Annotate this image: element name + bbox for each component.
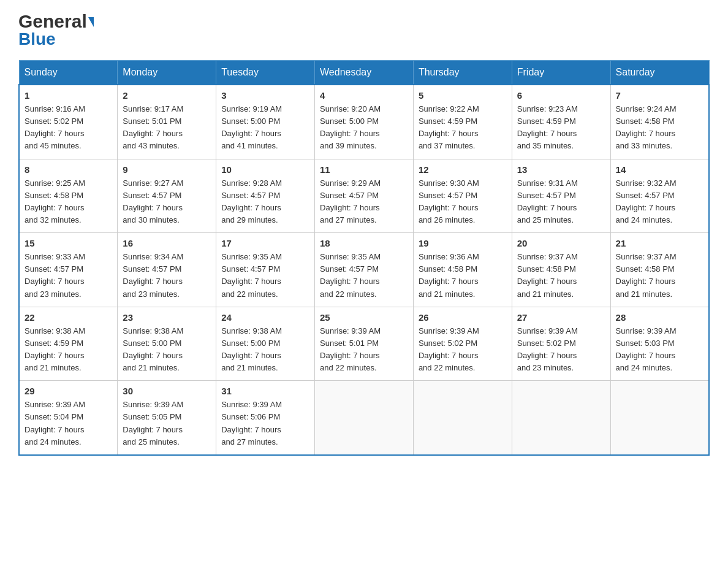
day-number: 18 xyxy=(320,238,408,248)
day-info: Sunrise: 9:39 AMSunset: 5:01 PMDaylight:… xyxy=(320,326,381,372)
calendar-day-cell: 21Sunrise: 9:37 AMSunset: 4:58 PMDayligh… xyxy=(610,233,709,307)
calendar-day-cell: 30Sunrise: 9:39 AMSunset: 5:05 PMDayligh… xyxy=(118,381,216,455)
calendar-day-cell: 8Sunrise: 9:25 AMSunset: 4:58 PMDaylight… xyxy=(19,159,118,233)
weekday-header-sunday: Sunday xyxy=(19,61,118,85)
day-info: Sunrise: 9:32 AMSunset: 4:57 PMDaylight:… xyxy=(616,178,677,224)
calendar-week-row: 1Sunrise: 9:16 AMSunset: 5:02 PMDaylight… xyxy=(19,85,709,159)
day-info: Sunrise: 9:23 AMSunset: 4:59 PMDaylight:… xyxy=(517,104,578,150)
weekday-header-monday: Monday xyxy=(118,61,216,85)
logo-general-text: General xyxy=(18,12,94,31)
day-info: Sunrise: 9:35 AMSunset: 4:57 PMDaylight:… xyxy=(221,252,282,298)
day-info: Sunrise: 9:39 AMSunset: 5:03 PMDaylight:… xyxy=(616,326,677,372)
calendar-day-cell: 18Sunrise: 9:35 AMSunset: 4:57 PMDayligh… xyxy=(315,233,414,307)
calendar-day-cell: 9Sunrise: 9:27 AMSunset: 4:57 PMDaylight… xyxy=(118,159,216,233)
calendar-day-cell: 4Sunrise: 9:20 AMSunset: 5:00 PMDaylight… xyxy=(315,85,414,159)
day-number: 19 xyxy=(419,238,507,248)
day-info: Sunrise: 9:36 AMSunset: 4:58 PMDaylight:… xyxy=(419,252,479,298)
day-number: 22 xyxy=(25,312,112,323)
day-info: Sunrise: 9:17 AMSunset: 5:01 PMDaylight:… xyxy=(123,104,183,150)
weekday-header-saturday: Saturday xyxy=(610,61,709,85)
day-info: Sunrise: 9:24 AMSunset: 4:58 PMDaylight:… xyxy=(616,104,677,150)
day-number: 27 xyxy=(517,312,605,323)
calendar-week-row: 29Sunrise: 9:39 AMSunset: 5:04 PMDayligh… xyxy=(19,381,709,455)
calendar-day-cell xyxy=(512,381,610,455)
calendar-day-cell: 11Sunrise: 9:29 AMSunset: 4:57 PMDayligh… xyxy=(315,159,414,233)
day-number: 16 xyxy=(123,238,211,248)
calendar-day-cell: 13Sunrise: 9:31 AMSunset: 4:57 PMDayligh… xyxy=(512,159,610,233)
day-number: 12 xyxy=(419,164,507,175)
day-number: 17 xyxy=(221,238,309,248)
weekday-header-friday: Friday xyxy=(512,61,610,85)
day-number: 25 xyxy=(320,312,408,323)
day-info: Sunrise: 9:38 AMSunset: 4:59 PMDaylight:… xyxy=(25,326,85,372)
day-info: Sunrise: 9:38 AMSunset: 5:00 PMDaylight:… xyxy=(123,326,183,372)
calendar-day-cell: 15Sunrise: 9:33 AMSunset: 4:57 PMDayligh… xyxy=(19,233,118,307)
calendar-day-cell: 25Sunrise: 9:39 AMSunset: 5:01 PMDayligh… xyxy=(315,307,414,381)
calendar-day-cell: 19Sunrise: 9:36 AMSunset: 4:58 PMDayligh… xyxy=(413,233,512,307)
day-number: 3 xyxy=(221,90,309,101)
day-number: 8 xyxy=(25,164,112,175)
day-info: Sunrise: 9:39 AMSunset: 5:06 PMDaylight:… xyxy=(221,400,282,446)
day-number: 9 xyxy=(123,164,211,175)
day-number: 4 xyxy=(320,90,408,101)
day-number: 29 xyxy=(25,386,112,396)
day-info: Sunrise: 9:16 AMSunset: 5:02 PMDaylight:… xyxy=(25,104,85,150)
calendar-day-cell: 26Sunrise: 9:39 AMSunset: 5:02 PMDayligh… xyxy=(413,307,512,381)
calendar-day-cell: 6Sunrise: 9:23 AMSunset: 4:59 PMDaylight… xyxy=(512,85,610,159)
day-info: Sunrise: 9:19 AMSunset: 5:00 PMDaylight:… xyxy=(221,104,282,150)
day-info: Sunrise: 9:35 AMSunset: 4:57 PMDaylight:… xyxy=(320,252,381,298)
day-number: 26 xyxy=(419,312,507,323)
calendar-day-cell: 22Sunrise: 9:38 AMSunset: 4:59 PMDayligh… xyxy=(19,307,118,381)
calendar-day-cell: 2Sunrise: 9:17 AMSunset: 5:01 PMDaylight… xyxy=(118,85,216,159)
day-number: 10 xyxy=(221,164,309,175)
calendar-day-cell: 31Sunrise: 9:39 AMSunset: 5:06 PMDayligh… xyxy=(216,381,315,455)
calendar-day-cell: 12Sunrise: 9:30 AMSunset: 4:57 PMDayligh… xyxy=(413,159,512,233)
day-number: 15 xyxy=(25,238,112,248)
day-info: Sunrise: 9:39 AMSunset: 5:02 PMDaylight:… xyxy=(517,326,578,372)
day-number: 30 xyxy=(123,386,211,396)
day-number: 31 xyxy=(221,386,309,396)
day-number: 5 xyxy=(419,90,507,101)
calendar-week-row: 22Sunrise: 9:38 AMSunset: 4:59 PMDayligh… xyxy=(19,307,709,381)
calendar-day-cell: 16Sunrise: 9:34 AMSunset: 4:57 PMDayligh… xyxy=(118,233,216,307)
day-number: 21 xyxy=(616,238,703,248)
day-info: Sunrise: 9:28 AMSunset: 4:57 PMDaylight:… xyxy=(221,178,282,224)
weekday-header-tuesday: Tuesday xyxy=(216,61,315,85)
day-number: 28 xyxy=(616,312,703,323)
day-info: Sunrise: 9:20 AMSunset: 5:00 PMDaylight:… xyxy=(320,104,381,150)
calendar-day-cell: 23Sunrise: 9:38 AMSunset: 5:00 PMDayligh… xyxy=(118,307,216,381)
calendar-day-cell xyxy=(413,381,512,455)
calendar-day-cell: 27Sunrise: 9:39 AMSunset: 5:02 PMDayligh… xyxy=(512,307,610,381)
weekday-header-wednesday: Wednesday xyxy=(315,61,414,85)
day-info: Sunrise: 9:30 AMSunset: 4:57 PMDaylight:… xyxy=(419,178,479,224)
calendar-day-cell: 3Sunrise: 9:19 AMSunset: 5:00 PMDaylight… xyxy=(216,85,315,159)
day-number: 11 xyxy=(320,164,408,175)
calendar-table: SundayMondayTuesdayWednesdayThursdayFrid… xyxy=(18,60,710,456)
weekday-header-row: SundayMondayTuesdayWednesdayThursdayFrid… xyxy=(19,61,709,85)
day-number: 24 xyxy=(221,312,309,323)
calendar-day-cell: 5Sunrise: 9:22 AMSunset: 4:59 PMDaylight… xyxy=(413,85,512,159)
calendar-day-cell xyxy=(610,381,709,455)
day-number: 6 xyxy=(517,90,605,101)
day-info: Sunrise: 9:29 AMSunset: 4:57 PMDaylight:… xyxy=(320,178,381,224)
day-number: 1 xyxy=(25,90,112,101)
day-number: 2 xyxy=(123,90,211,101)
weekday-header-thursday: Thursday xyxy=(413,61,512,85)
calendar-day-cell: 24Sunrise: 9:38 AMSunset: 5:00 PMDayligh… xyxy=(216,307,315,381)
logo: General Blue xyxy=(18,12,94,48)
day-info: Sunrise: 9:39 AMSunset: 5:02 PMDaylight:… xyxy=(419,326,479,372)
calendar-day-cell: 1Sunrise: 9:16 AMSunset: 5:02 PMDaylight… xyxy=(19,85,118,159)
calendar-day-cell: 17Sunrise: 9:35 AMSunset: 4:57 PMDayligh… xyxy=(216,233,315,307)
day-number: 7 xyxy=(616,90,703,101)
day-info: Sunrise: 9:33 AMSunset: 4:57 PMDaylight:… xyxy=(25,252,85,298)
day-info: Sunrise: 9:37 AMSunset: 4:58 PMDaylight:… xyxy=(517,252,578,298)
calendar-day-cell: 20Sunrise: 9:37 AMSunset: 4:58 PMDayligh… xyxy=(512,233,610,307)
day-info: Sunrise: 9:34 AMSunset: 4:57 PMDaylight:… xyxy=(123,252,183,298)
day-info: Sunrise: 9:39 AMSunset: 5:04 PMDaylight:… xyxy=(25,400,85,446)
day-info: Sunrise: 9:22 AMSunset: 4:59 PMDaylight:… xyxy=(419,104,479,150)
day-info: Sunrise: 9:27 AMSunset: 4:57 PMDaylight:… xyxy=(123,178,183,224)
day-info: Sunrise: 9:37 AMSunset: 4:58 PMDaylight:… xyxy=(616,252,677,298)
calendar-day-cell xyxy=(315,381,414,455)
day-number: 20 xyxy=(517,238,605,248)
day-number: 14 xyxy=(616,164,703,175)
